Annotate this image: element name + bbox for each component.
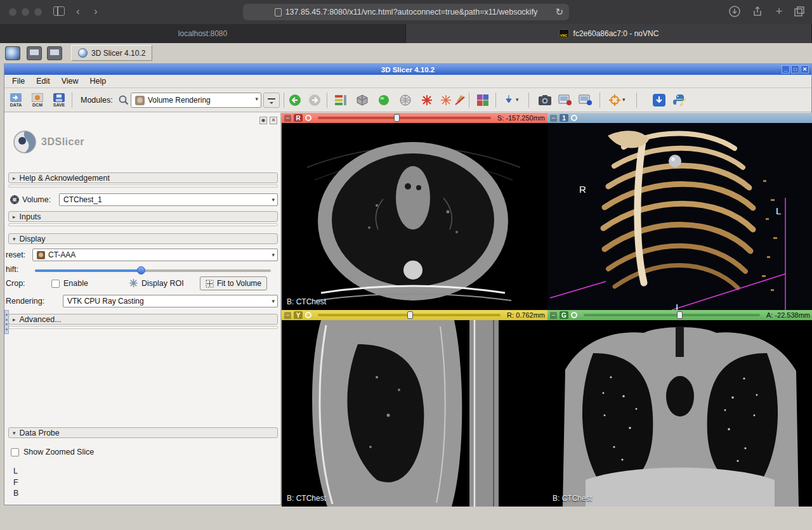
taskbar-slicer-icon[interactable]	[5, 46, 20, 60]
yellow-collapse-icon[interactable]: −	[284, 312, 291, 319]
volume-combo[interactable]: CTChest_1 ▾	[59, 193, 278, 206]
menu-edit[interactable]: Edit	[36, 77, 50, 86]
scene-view-capture-icon[interactable]	[558, 93, 573, 108]
share-icon[interactable]	[751, 5, 764, 18]
fit-to-volume-button[interactable]: Fit to Volume	[200, 276, 267, 290]
traffic-close-button[interactable]	[9, 8, 16, 16]
tab-novnc[interactable]: VNC fc2e60a86ac7:0 - noVNC	[406, 24, 812, 43]
red-slice-image[interactable]	[282, 123, 547, 310]
threed-render[interactable]: R L I	[547, 123, 812, 310]
red-slice-slider-handle[interactable]	[394, 114, 400, 122]
red-pushpin-icon[interactable]	[305, 115, 311, 121]
green-slice-view[interactable]: − G A: -22.538mm	[547, 310, 812, 507]
module-back-icon[interactable]	[287, 93, 303, 108]
panel-close-icon[interactable]: ✕	[270, 117, 277, 124]
python-console-icon[interactable]	[672, 93, 687, 108]
yellow-slice-view[interactable]: − Y R: 0.762mm	[282, 310, 547, 507]
green-collapse-icon[interactable]: −	[550, 312, 557, 319]
shift-slider-fill	[35, 269, 141, 272]
taskbar-screen-icon-2[interactable]	[47, 46, 62, 60]
preset-combo-value: CT-AAA	[48, 250, 75, 259]
green-pushpin-icon[interactable]	[571, 312, 577, 318]
module-search-icon[interactable]	[116, 93, 131, 108]
save-button[interactable]: SAVE	[50, 91, 68, 110]
mesh-sphere-icon[interactable]	[398, 93, 413, 108]
traffic-minimize-button[interactable]	[22, 8, 29, 16]
maximize-button[interactable]: □	[791, 65, 799, 74]
menu-help[interactable]: Help	[90, 77, 107, 86]
section-display[interactable]: ▾ Display	[8, 233, 278, 244]
mouse-mode-icon[interactable]	[502, 93, 517, 108]
tab-overview-icon[interactable]	[793, 5, 806, 18]
threed-collapse-icon[interactable]: −	[550, 115, 557, 122]
yellow-slice-slider[interactable]	[318, 314, 501, 316]
red-star-icon-2[interactable]	[438, 93, 454, 108]
cube-icon[interactable]	[355, 93, 370, 108]
shift-slider[interactable]	[35, 269, 271, 272]
show-zoomed-slice-checkbox[interactable]	[11, 448, 19, 456]
module-history-dropdown[interactable]	[263, 93, 280, 108]
downloads-icon[interactable]	[728, 5, 741, 18]
threed-pushpin-icon[interactable]	[571, 115, 577, 121]
back-icon[interactable]: ‹	[76, 5, 80, 18]
red-collapse-icon[interactable]: −	[284, 115, 291, 122]
task-button-slicer[interactable]: 3D Slicer 4.10.2	[71, 45, 152, 61]
preset-combo[interactable]: CT-AAA ▾	[32, 249, 278, 261]
threed-view[interactable]: − 1	[547, 113, 812, 310]
red-star-icon-1[interactable]	[419, 93, 435, 108]
save-label: SAVE	[53, 103, 65, 107]
minimize-button[interactable]: _	[782, 65, 790, 74]
address-bar[interactable]: 137.85.45.7:8080/x11/vnc.html?autoconnec…	[243, 4, 569, 20]
shift-label: hift:	[6, 265, 18, 274]
close-button[interactable]: ✕	[801, 65, 809, 74]
panel-float-icon[interactable]: ◉	[259, 117, 267, 124]
menu-view[interactable]: View	[62, 77, 79, 86]
section-advanced[interactable]: ▸ Advanced...	[8, 314, 278, 325]
green-slice-slider-handle[interactable]	[677, 311, 683, 319]
mouse-mode-dropdown-icon[interactable]: ▾	[516, 96, 519, 103]
section-inputs[interactable]: ▸ Inputs	[8, 211, 278, 222]
crosshair-icon[interactable]	[607, 93, 622, 108]
yellow-pushpin-icon[interactable]	[305, 312, 311, 318]
taskbar-screen-icon-1[interactable]	[27, 46, 42, 60]
scene-view-restore-icon[interactable]	[578, 93, 593, 108]
new-tab-icon[interactable]: +	[773, 5, 785, 18]
view-layout-icon[interactable]	[333, 93, 348, 108]
orientation-marker-i: I	[676, 302, 678, 310]
panel-dock-grip[interactable]	[4, 310, 9, 334]
roi-visibility-icon[interactable]	[129, 278, 138, 288]
sidebar-toggle-icon[interactable]	[53, 6, 65, 16]
red-slice-slider[interactable]	[318, 117, 491, 119]
crop-roi-label: Display ROI	[141, 279, 184, 288]
crop-enable-checkbox[interactable]	[51, 280, 60, 288]
green-sphere-icon[interactable]	[376, 93, 391, 108]
yellow-slice-image[interactable]	[282, 320, 547, 507]
volume-rendering-image	[547, 123, 812, 310]
red-slice-view[interactable]: − R S: -157.250mm	[282, 113, 547, 310]
menu-file[interactable]: File	[12, 77, 25, 86]
shift-slider-handle[interactable]	[137, 266, 145, 275]
dicom-button[interactable]: DCM	[29, 91, 46, 110]
marker-pencil-icon[interactable]	[452, 93, 468, 108]
extensions-manager-icon[interactable]	[652, 93, 667, 108]
four-up-layout-icon[interactable]	[475, 93, 490, 108]
tab-localhost[interactable]: localhost:8080	[0, 24, 406, 43]
crosshair-dropdown-icon[interactable]: ▾	[622, 96, 625, 103]
traffic-zoom-button[interactable]	[34, 8, 42, 16]
yellow-slice-slider-handle[interactable]	[407, 311, 413, 319]
forward-icon[interactable]: ›	[94, 5, 98, 18]
reload-icon[interactable]: ↻	[555, 6, 563, 18]
green-slice-image[interactable]	[547, 320, 812, 507]
toolbar-separator	[528, 93, 529, 108]
section-help[interactable]: ▸ Help & Acknowledgement	[8, 172, 278, 183]
rendering-combo[interactable]: VTK CPU Ray Casting ▾	[63, 295, 278, 307]
load-data-button[interactable]: DATA	[7, 91, 25, 110]
chevron-down-icon: ▾	[13, 236, 16, 242]
window-titlebar[interactable]: 3D Slicer 4.10.2 _ □ ✕	[4, 64, 811, 75]
screenshot-icon[interactable]	[537, 93, 553, 108]
section-data-probe[interactable]: ▾ Data Probe	[8, 427, 278, 438]
module-selector[interactable]: Volume Rendering ▾	[131, 93, 261, 108]
toolbar-separator	[284, 93, 284, 108]
module-forward-icon[interactable]	[307, 93, 322, 108]
green-slice-slider[interactable]	[584, 314, 760, 316]
